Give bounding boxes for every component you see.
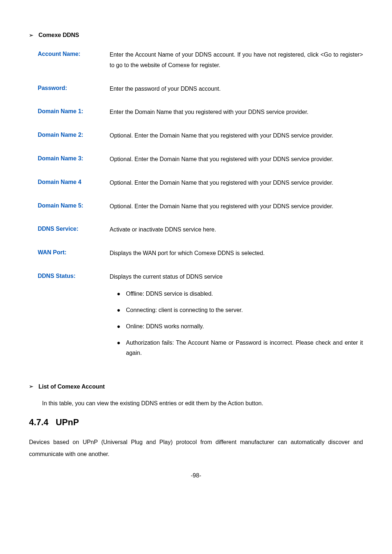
bullet-icon: ● xyxy=(117,321,126,331)
ddns-service-row: DDNS Service: Activate or inactivate DDN… xyxy=(38,225,363,235)
list-comexe-account-heading: ➢ List of Comexe Account xyxy=(29,382,363,391)
domain-name-4-label: Domain Name 4 xyxy=(38,178,110,188)
bullet-icon: ● xyxy=(117,338,126,357)
status-authfails: ● Authorization fails: The Account Name … xyxy=(117,338,363,357)
ddns-status-label: DDNS Status: xyxy=(38,272,110,364)
password-label: Password: xyxy=(38,84,110,94)
domain-name-3-row: Domain Name 3: Optional. Enter the Domai… xyxy=(38,154,363,165)
wan-port-row: WAN Port: Displays the WAN port for whic… xyxy=(38,248,363,259)
upnp-description: Devices based on UPnP (Universal Plug an… xyxy=(29,436,363,460)
wan-port-value: Displays the WAN port for which Comexe D… xyxy=(110,248,363,259)
chevron-right-icon: ➢ xyxy=(29,383,33,390)
upnp-heading: 4.7.4 UPnP xyxy=(29,416,363,429)
password-value: Enter the password of your DDNS account. xyxy=(110,84,363,94)
comexe-ddns-heading: ➢ Comexe DDNS xyxy=(29,31,363,40)
status-authfails-text: Authorization fails: The Account Name or… xyxy=(126,338,363,357)
domain-name-4-value: Optional. Enter the Domain Name that you… xyxy=(110,178,363,188)
bullet-icon: ● xyxy=(117,289,126,299)
status-connecting-text: Connecting: client is connecting to the … xyxy=(126,305,363,315)
fields-container: Account Name: Enter the Account Name of … xyxy=(38,50,363,364)
domain-name-5-label: Domain Name 5: xyxy=(38,201,110,212)
domain-name-5-row: Domain Name 5: Optional. Enter the Domai… xyxy=(38,201,363,212)
ddns-service-value: Activate or inactivate DDNS service here… xyxy=(110,225,363,235)
bullet-icon: ● xyxy=(117,305,126,315)
ddns-service-label: DDNS Service: xyxy=(38,225,110,235)
status-online-text: Online: DDNS works normally. xyxy=(126,321,363,331)
status-offline: ● Offline: DDNS service is disabled. xyxy=(117,289,363,299)
account-name-value: Enter the Account Name of your DDNS acco… xyxy=(110,50,363,71)
domain-name-4-row: Domain Name 4 Optional. Enter the Domain… xyxy=(38,178,363,188)
domain-name-1-value: Enter the Domain Name that you registere… xyxy=(110,107,363,118)
status-online: ● Online: DDNS works normally. xyxy=(117,321,363,331)
list-comexe-account-title: List of Comexe Account xyxy=(38,382,105,391)
domain-name-2-label: Domain Name 2: xyxy=(38,131,110,141)
account-name-row: Account Name: Enter the Account Name of … xyxy=(38,50,363,71)
status-offline-text: Offline: DDNS service is disabled. xyxy=(126,289,363,299)
domain-name-2-row: Domain Name 2: Optional. Enter the Domai… xyxy=(38,131,363,141)
password-row: Password: Enter the password of your DDN… xyxy=(38,84,363,94)
chevron-right-icon: ➢ xyxy=(29,32,33,39)
domain-name-1-label: Domain Name 1: xyxy=(38,107,110,118)
ddns-status-value: Displays the current status of DDNS serv… xyxy=(110,272,363,364)
ddns-status-intro: Displays the current status of DDNS serv… xyxy=(110,274,222,280)
ddns-status-row: DDNS Status: Displays the current status… xyxy=(38,272,363,364)
domain-name-3-value: Optional. Enter the Domain Name that you… xyxy=(110,154,363,165)
domain-name-1-row: Domain Name 1: Enter the Domain Name tha… xyxy=(38,107,363,118)
page-number: -98- xyxy=(29,471,363,480)
account-name-label: Account Name: xyxy=(38,50,110,71)
domain-name-5-value: Optional. Enter the Domain Name that you… xyxy=(110,201,363,212)
list-account-description: In this table, you can view the existing… xyxy=(42,399,363,408)
domain-name-3-label: Domain Name 3: xyxy=(38,154,110,165)
domain-name-2-value: Optional. Enter the Domain Name that you… xyxy=(110,131,363,141)
status-list: ● Offline: DDNS service is disabled. ● C… xyxy=(110,289,363,358)
wan-port-label: WAN Port: xyxy=(38,248,110,259)
comexe-ddns-title: Comexe DDNS xyxy=(38,31,79,40)
status-connecting: ● Connecting: client is connecting to th… xyxy=(117,305,363,315)
